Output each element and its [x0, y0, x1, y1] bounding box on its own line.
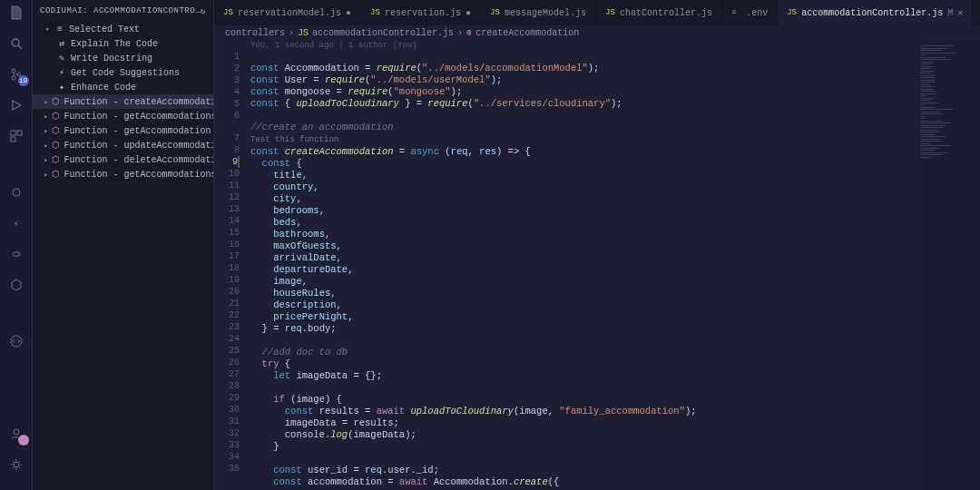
editor[interactable]: You, 1 second ago | 1 author (You) 12345… — [214, 40, 980, 490]
tab-bar: JSreservationModel.js● JSreservation.js●… — [214, 0, 980, 25]
tab-env[interactable]: ≡.env — [722, 0, 778, 25]
editor-area: JSreservationModel.js● JSreservation.js●… — [214, 0, 980, 490]
fn-node-3[interactable]: ▸⬡Function - updateAccommodation — [33, 138, 213, 152]
sidebar-header: CODIUMAI: ACCOMMODATIONCONTROLLE... ↻ — [33, 0, 213, 22]
cmd-explain[interactable]: ⇄Explain The Code — [33, 36, 213, 51]
svg-point-11 — [14, 429, 19, 435]
svg-line-1 — [18, 45, 22, 49]
modified-dot-icon: ● — [346, 8, 351, 18]
selection-icon: ≡ — [54, 24, 65, 34]
codelens-author: You, 1 second ago | 1 author (You) — [250, 40, 417, 51]
write-icon: ✎ — [56, 53, 67, 64]
selected-text-label: Selected Text — [69, 24, 140, 34]
close-icon[interactable]: ✕ — [957, 7, 963, 18]
gutter: 123456 789101112131415161718192021222324… — [214, 40, 250, 490]
source-control-icon[interactable]: 19 — [7, 65, 25, 83]
extensions-icon[interactable] — [7, 127, 25, 145]
cmd-suggest[interactable]: ⚡Get Code Suggestions — [33, 65, 213, 80]
tab-reservation[interactable]: JSreservation.js● — [361, 0, 481, 25]
svg-rect-7 — [11, 137, 15, 142]
code-content[interactable]: const Accommodation = require("../models… — [250, 40, 916, 490]
svg-point-8 — [13, 189, 20, 196]
tab-message-model[interactable]: JSmessageModel.js — [481, 0, 596, 25]
svg-point-2 — [12, 69, 15, 73]
account-icon[interactable] — [7, 425, 25, 443]
selected-text-node[interactable]: ▾ ≡ Selected Text — [33, 22, 213, 36]
svg-rect-9 — [13, 252, 20, 256]
debug-icon[interactable] — [7, 96, 25, 114]
suggest-icon: ⚡ — [56, 67, 67, 78]
function-icon: ⬡ — [52, 96, 60, 107]
chevron-down-icon: ▾ — [44, 24, 51, 34]
files-icon[interactable] — [7, 4, 25, 22]
codelens-test[interactable]: Test this function — [250, 135, 338, 144]
cmd-enhance[interactable]: ✦Enhance Code — [33, 80, 213, 94]
method-icon: ⊚ — [466, 27, 472, 38]
enhance-icon: ✦ — [56, 82, 67, 93]
fn-node-0[interactable]: ▸⬡Function - createAccommodation — [33, 94, 213, 109]
editor-actions: ⇆ ◫ ▷ ⟳ ⫿ ⋯ — [973, 0, 980, 25]
gear-icon[interactable] — [7, 456, 25, 474]
notif-badge — [18, 435, 29, 446]
breadcrumb[interactable]: controllers› JS accommodationController.… — [214, 25, 980, 40]
chevron-right-icon: ▸ — [44, 97, 48, 107]
activity-bar: 19 ⚡ — [0, 0, 33, 490]
cmd-docstring[interactable]: ✎Write Docstring — [33, 51, 213, 65]
fn-node-1[interactable]: ▸⬡Function - getAccommodations — [33, 109, 213, 123]
fn-node-5[interactable]: ▸⬡Function - getAccommodationsByFil... — [33, 167, 213, 181]
tab-chat-controller[interactable]: JSchatController.js — [596, 0, 722, 25]
svg-rect-6 — [17, 131, 22, 135]
codium-icon[interactable] — [7, 332, 25, 350]
bolt-icon[interactable]: ⚡ — [7, 214, 25, 232]
fn-node-4[interactable]: ▸⬡Function - deleteAccommodation — [33, 152, 213, 167]
svg-point-12 — [14, 462, 19, 467]
sidebar-title: CODIUMAI: ACCOMMODATIONCONTROLLE... — [40, 6, 201, 15]
explain-icon: ⇄ — [56, 38, 67, 49]
sidebar-panel: CODIUMAI: ACCOMMODATIONCONTROLLE... ↻ ▾ … — [33, 0, 214, 490]
js-icon: JS — [223, 8, 233, 17]
minimap[interactable] — [916, 40, 980, 490]
tab-accommodation-controller[interactable]: JSaccommodationController.js M ✕ — [778, 0, 973, 25]
search-icon[interactable] — [7, 34, 25, 53]
fn-node-2[interactable]: ▸⬡Function - getAccommodation — [33, 123, 213, 138]
refresh-icon[interactable]: ↻ — [201, 6, 206, 16]
scm-badge: 19 — [18, 75, 29, 86]
pill-icon[interactable] — [7, 245, 25, 263]
ai-icon[interactable] — [7, 183, 25, 201]
svg-point-3 — [12, 76, 15, 80]
svg-point-0 — [12, 39, 19, 46]
hex-icon[interactable] — [7, 276, 25, 294]
tab-reservation-model[interactable]: JSreservationModel.js● — [214, 0, 361, 25]
svg-rect-5 — [11, 131, 15, 135]
